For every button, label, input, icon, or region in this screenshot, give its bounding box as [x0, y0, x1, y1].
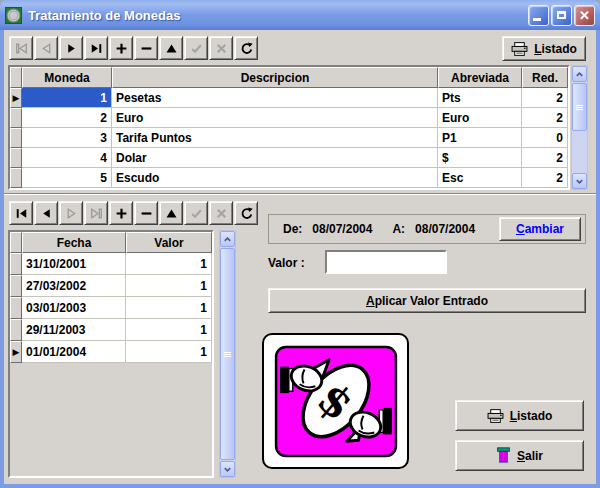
cancel-edit-icon — [215, 42, 228, 55]
de-value: 08/07/2004 — [312, 222, 372, 236]
table-row: 5 Escudo Esc 2 — [10, 168, 568, 188]
grid-cell-descripcion[interactable]: Euro — [112, 108, 438, 128]
table-row: ▶ 1 Pesetas Pts 2 — [10, 88, 568, 108]
titlebar[interactable]: Tratamiento de Monedas ✕ — [0, 0, 600, 30]
grid-cell-fecha[interactable]: 27/03/2002 — [22, 275, 126, 297]
grid-cell-moneda[interactable]: 3 — [22, 128, 112, 148]
valores-nav-prior-button[interactable] — [34, 201, 58, 225]
chevron-up-icon — [223, 235, 232, 244]
monedas-nav-prior-button — [34, 36, 58, 60]
valores-nav-insert-button[interactable] — [109, 201, 133, 225]
grid-cell-abreviada[interactable]: Euro — [438, 108, 522, 128]
cambiar-label: Cambiar — [516, 222, 564, 236]
grid-cell-red[interactable]: 2 — [522, 168, 568, 188]
grid-cell-fecha[interactable]: 01/01/2004 — [22, 341, 126, 363]
insert-record-icon — [115, 207, 128, 220]
row-indicator — [10, 319, 22, 341]
aplicar-label: Aplicar Valor Entrado — [366, 294, 488, 308]
grid-cell-fecha[interactable]: 03/01/2003 — [22, 297, 126, 319]
chevron-down-icon — [223, 465, 232, 474]
grid-cell-abreviada[interactable]: Pts — [438, 88, 522, 108]
monedas-nav-cancel-button — [209, 36, 233, 60]
grid-cell-moneda[interactable]: 2 — [22, 108, 112, 128]
grid-cell-descripcion[interactable]: Dolar — [112, 148, 438, 168]
aplicar-valor-button[interactable]: Aplicar Valor Entrado — [268, 288, 586, 313]
valores-nav-post-button — [184, 201, 208, 225]
cambiar-button[interactable]: Cambiar — [499, 217, 581, 241]
monedas-grid: Moneda Descripcion Abreviada Red. ▶ 1 Pe… — [8, 65, 570, 190]
valores-nav-delete-button[interactable] — [134, 201, 158, 225]
valores-nav-last-button — [84, 201, 108, 225]
scroll-up-button[interactable] — [572, 66, 587, 82]
listado-bottom-button[interactable]: Listado — [455, 400, 584, 431]
minimize-icon — [533, 18, 541, 21]
grid-cell-valor[interactable]: 1 — [126, 275, 212, 297]
listado-top-button[interactable]: Listado — [502, 36, 586, 61]
grid-cell-fecha[interactable]: 29/11/2003 — [22, 319, 126, 341]
cancel-edit-icon — [215, 207, 228, 220]
valores-nav-first-button[interactable] — [9, 201, 33, 225]
grid-cell-descripcion[interactable]: Pesetas — [112, 88, 438, 108]
grid-cell-moneda[interactable]: 4 — [22, 148, 112, 168]
grid-cell-abreviada[interactable]: Esc — [438, 168, 522, 188]
scrollbar-thumb[interactable] — [572, 83, 587, 131]
scrollbar-track[interactable] — [572, 82, 587, 173]
valor-input[interactable] — [325, 250, 447, 274]
salir-button[interactable]: Salir — [455, 440, 584, 471]
row-indicator — [10, 297, 22, 319]
thumb-grip — [224, 351, 231, 358]
maximize-button[interactable] — [551, 5, 572, 26]
grid-cell-red[interactable]: 2 — [522, 148, 568, 168]
chevron-up-icon — [575, 70, 584, 79]
valores-nav-edit-button[interactable] — [159, 201, 183, 225]
monedas-nav-insert-button[interactable] — [109, 36, 133, 60]
grid-cell-red[interactable]: 2 — [522, 108, 568, 128]
monedas-grid-header: Moneda Descripcion Abreviada Red. — [10, 67, 568, 88]
edit-record-icon — [165, 42, 178, 55]
table-row: ▶ 01/01/2004 1 — [10, 341, 212, 363]
chevron-down-icon — [575, 177, 584, 186]
last-record-icon — [90, 207, 103, 220]
grid-cell-moneda[interactable]: 1 — [22, 88, 112, 108]
salir-label: Salir — [517, 449, 543, 463]
monedas-nav-delete-button[interactable] — [134, 36, 158, 60]
minimize-button[interactable] — [528, 5, 549, 26]
scroll-down-button[interactable] — [220, 461, 235, 477]
delete-record-icon — [140, 42, 153, 55]
close-button[interactable]: ✕ — [574, 5, 595, 26]
grid-cell-valor[interactable]: 1 — [126, 297, 212, 319]
grid-cell-moneda[interactable]: 5 — [22, 168, 112, 188]
monedas-nav-next-button[interactable] — [59, 36, 83, 60]
valores-grid: Fecha Valor 31/10/2001 1 27/03/2002 1 03… — [8, 230, 214, 478]
scroll-down-button[interactable] — [572, 173, 587, 189]
listado-bottom-label: Listado — [510, 409, 553, 423]
grid-cell-fecha[interactable]: 31/10/2001 — [22, 253, 126, 275]
first-record-icon — [15, 207, 28, 220]
table-row: 4 Dolar $ 2 — [10, 148, 568, 168]
monedas-nav-edit-button[interactable] — [159, 36, 183, 60]
valor-label: Valor : — [268, 256, 305, 270]
grid-cell-red[interactable]: 0 — [522, 128, 568, 148]
scrollbar-thumb[interactable] — [220, 248, 235, 460]
grid-cell-valor[interactable]: 1 — [126, 253, 212, 275]
scrollbar-track[interactable] — [220, 247, 235, 461]
table-row: 29/11/2003 1 — [10, 319, 212, 341]
monedas-nav-refresh-button[interactable] — [234, 36, 258, 60]
grid-cell-valor[interactable]: 1 — [126, 319, 212, 341]
row-indicator — [10, 108, 22, 128]
grid-cell-valor[interactable]: 1 — [126, 341, 212, 363]
valores-nav-refresh-button[interactable] — [234, 201, 258, 225]
scroll-up-button[interactable] — [220, 231, 235, 247]
post-edit-icon — [190, 207, 203, 220]
last-record-icon — [90, 42, 103, 55]
section-divider — [4, 193, 596, 195]
monedas-grid-scrollbar — [571, 65, 588, 190]
col-header-abreviada: Abreviada — [438, 67, 522, 88]
grid-cell-abreviada[interactable]: $ — [438, 148, 522, 168]
grid-cell-abreviada[interactable]: P1 — [438, 128, 522, 148]
monedas-nav-last-button[interactable] — [84, 36, 108, 60]
grid-cell-red[interactable]: 2 — [522, 88, 568, 108]
grid-cell-descripcion[interactable]: Escudo — [112, 168, 438, 188]
grid-cell-descripcion[interactable]: Tarifa Puntos — [112, 128, 438, 148]
monedas-navigator — [9, 36, 258, 60]
